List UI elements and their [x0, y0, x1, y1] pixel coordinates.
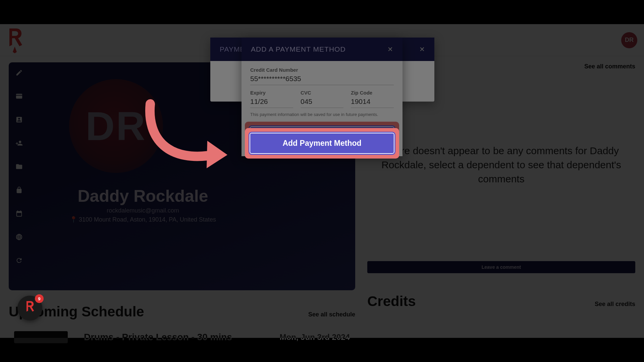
expiry-input[interactable] [250, 96, 293, 108]
notifications-badge[interactable]: 9 [17, 296, 42, 320]
letterbox-top [0, 0, 644, 24]
tutorial-highlight-top: Add Payment Method [245, 128, 399, 159]
add-payment-modal-body: Credit Card Number Expiry CVC Zip Code [241, 61, 402, 119]
modal-overlay-front: ADD A PAYMENT METHOD ✕ Credit Card Numbe… [0, 24, 644, 338]
add-payment-modal-header: ADD A PAYMENT METHOD ✕ [241, 38, 402, 61]
cc-number-label: Credit Card Number [250, 67, 394, 73]
zip-input[interactable] [351, 96, 394, 108]
add-payment-method-button-highlighted[interactable]: Add Payment Method [250, 133, 394, 154]
cvc-input[interactable] [301, 96, 343, 108]
cc-number-input[interactable] [250, 73, 394, 85]
zip-label: Zip Code [351, 90, 394, 96]
app-root: DR DR Daddy Rockdale [0, 24, 644, 338]
notifications-count: 9 [35, 294, 44, 303]
cvc-label: CVC [301, 90, 343, 96]
add-payment-modal-title: ADD A PAYMENT METHOD [251, 45, 346, 53]
expiry-label: Expiry [250, 90, 293, 96]
save-note: This payment information will be saved f… [250, 112, 394, 118]
cc-detail-row: Expiry CVC Zip Code [250, 90, 394, 108]
close-icon[interactable]: ✕ [387, 45, 393, 53]
